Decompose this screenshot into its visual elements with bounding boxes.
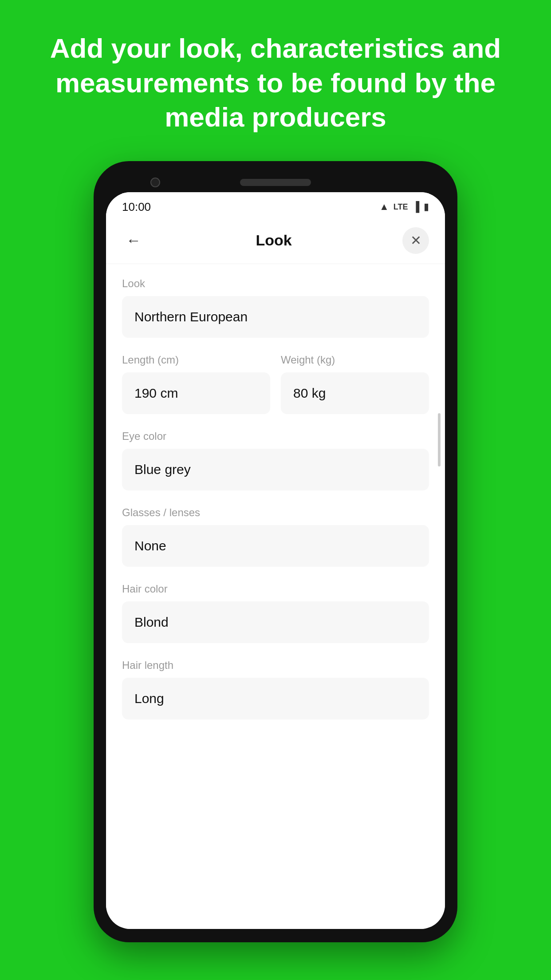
weight-input[interactable] [281, 372, 429, 414]
eye-color-group: Eye color [122, 430, 429, 490]
battery-icon: ▮ [424, 201, 429, 213]
phone-notch [106, 174, 445, 192]
glasses-label: Glasses / lenses [122, 506, 429, 519]
hair-color-label: Hair color [122, 583, 429, 595]
look-input[interactable] [122, 296, 429, 338]
page-title: Look [256, 232, 291, 249]
length-input[interactable] [122, 372, 270, 414]
phone-screen: 10:00 ▲ LTE ▐ ▮ ← Look ✕ Look [106, 192, 445, 929]
signal-icon: LTE [394, 202, 408, 212]
signal-bars-icon: ▐ [412, 201, 419, 213]
form-content: Look Length (cm) Weight (kg) Eye color [106, 264, 445, 929]
status-icons: ▲ LTE ▐ ▮ [379, 201, 429, 213]
weight-group: Weight (kg) [281, 354, 429, 414]
status-time: 10:00 [122, 200, 151, 214]
back-arrow-icon: ← [126, 232, 141, 249]
hair-length-group: Hair length [122, 659, 429, 719]
hair-color-input[interactable] [122, 601, 429, 643]
phone-frame: 10:00 ▲ LTE ▐ ▮ ← Look ✕ Look [94, 161, 457, 942]
eye-color-label: Eye color [122, 430, 429, 443]
eye-color-input[interactable] [122, 449, 429, 490]
glasses-input[interactable] [122, 525, 429, 567]
scrollbar[interactable] [438, 413, 441, 466]
glasses-group: Glasses / lenses [122, 506, 429, 567]
measurements-row: Length (cm) Weight (kg) [122, 354, 429, 414]
phone-camera [150, 178, 160, 187]
hair-length-label: Hair length [122, 659, 429, 672]
app-header: ← Look ✕ [106, 217, 445, 264]
wifi-icon: ▲ [379, 201, 389, 213]
status-bar: 10:00 ▲ LTE ▐ ▮ [106, 192, 445, 217]
close-icon: ✕ [410, 233, 421, 248]
phone-speaker [240, 179, 311, 186]
length-label: Length (cm) [122, 354, 270, 366]
hair-length-input[interactable] [122, 678, 429, 719]
length-group: Length (cm) [122, 354, 270, 414]
headline: Add your look, characteristics and measu… [0, 0, 551, 161]
weight-label: Weight (kg) [281, 354, 429, 366]
look-group: Look [122, 277, 429, 338]
back-button[interactable]: ← [122, 229, 145, 252]
close-button[interactable]: ✕ [402, 227, 429, 254]
hair-color-group: Hair color [122, 583, 429, 643]
look-label: Look [122, 277, 429, 290]
